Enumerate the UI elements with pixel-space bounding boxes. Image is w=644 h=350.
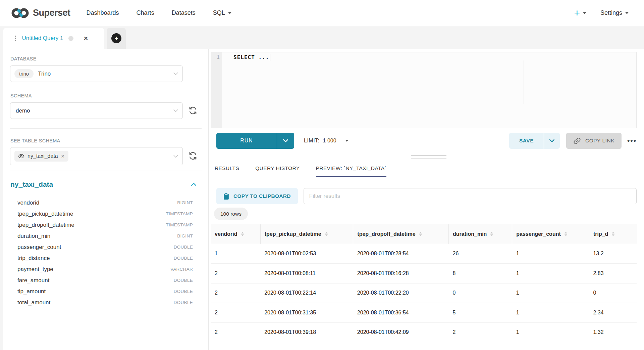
table-cell: 0 — [449, 283, 512, 303]
caret-up-icon — [241, 232, 244, 233]
new-query-tab-button[interactable]: + — [111, 33, 121, 43]
run-button-label[interactable]: RUN — [216, 133, 277, 149]
column-type: DOUBLE — [174, 245, 193, 250]
nav-item-charts[interactable]: Charts — [137, 9, 154, 16]
remove-table-icon[interactable]: ✕ — [61, 154, 65, 159]
sql-lab-sidebar: DATABASE trino Trino SCHEMA demo SEE TAB… — [3, 49, 209, 350]
refresh-table-schema-icon[interactable] — [188, 151, 198, 161]
table-cell: 2020-08-01T00:22:14 — [260, 283, 353, 303]
sort-icon[interactable] — [419, 232, 422, 236]
close-tab-icon[interactable]: ✕ — [84, 35, 88, 42]
run-button[interactable]: RUN — [216, 133, 294, 149]
divider — [10, 128, 202, 129]
column-header-trip_d[interactable]: trip_d — [589, 224, 637, 244]
schema-column-row[interactable]: fare_amountDOUBLE — [3, 275, 208, 286]
column-type: BIGINT — [177, 200, 193, 205]
table-row[interactable]: 22020-08-01T00:08:112020-08-01T00:16:288… — [211, 264, 637, 283]
column-type: BIGINT — [177, 233, 193, 238]
column-header-vendorid[interactable]: vendorid — [211, 224, 260, 244]
results-table: vendoridtpep_pickup_datetimetpep_dropoff… — [211, 224, 637, 342]
editor-gutter: 1 — [211, 52, 222, 128]
save-options-button[interactable] — [544, 133, 560, 149]
results-tab-query-history[interactable]: QUERY HISTORY — [255, 160, 300, 177]
sort-icon[interactable] — [325, 232, 328, 236]
nav-item-dashboards[interactable]: Dashboards — [87, 9, 119, 16]
column-name: vendorid — [17, 200, 39, 206]
column-name: tpep_dropoff_datetime — [17, 222, 74, 228]
more-options-icon[interactable]: ••• — [627, 137, 637, 145]
database-select[interactable]: trino Trino — [10, 65, 183, 82]
limit-dropdown[interactable]: LIMIT: 1 000 — [304, 138, 348, 144]
query-status-dot — [68, 36, 73, 41]
results-tab-results[interactable]: RESULTS — [215, 160, 239, 177]
table-tag-label: ny_taxi_data — [28, 153, 58, 159]
new-item-button[interactable]: + — [574, 8, 586, 18]
table-row[interactable]: 22020-08-01T00:39:182020-08-01T00:42:092… — [211, 322, 637, 342]
column-header-tpep_pickup_datetime[interactable]: tpep_pickup_datetime — [260, 224, 353, 244]
run-options-button[interactable] — [277, 133, 294, 149]
save-button-label[interactable]: SAVE — [509, 133, 544, 149]
table-name-heading[interactable]: ny_taxi_data — [10, 180, 53, 188]
schema-column-row[interactable]: vendoridBIGINT — [3, 197, 208, 208]
schema-column-row[interactable]: total_amountDOUBLE — [3, 297, 208, 308]
table-cell: 1.32 — [589, 322, 637, 342]
table-cell: 26 — [449, 244, 512, 264]
table-row[interactable]: 22020-08-01T00:31:352020-08-01T00:36:545… — [211, 303, 637, 323]
column-type: VARCHAR — [170, 267, 193, 272]
sql-editor[interactable]: 1 SELECT ... — [211, 52, 637, 128]
refresh-schema-icon[interactable] — [188, 106, 198, 116]
column-name: tpep_pickup_datetime — [17, 211, 73, 217]
query-tab[interactable]: Untitled Query 1 ✕ — [3, 28, 104, 49]
copy-to-clipboard-button[interactable]: COPY TO CLIPBOARD — [216, 188, 298, 204]
column-header-inner: trip_d — [593, 231, 637, 237]
column-header-inner: tpep_pickup_datetime — [265, 231, 353, 237]
nav-item-label: SQL — [213, 9, 225, 16]
column-name: total_amount — [17, 299, 50, 306]
schema-columns-list: vendoridBIGINTtpep_pickup_datetimeTIMEST… — [3, 197, 208, 308]
table-cell: 1 — [512, 303, 589, 323]
filter-results-input[interactable] — [304, 188, 637, 204]
table-row[interactable]: 22020-08-01T00:22:142020-08-01T00:22:200… — [211, 283, 637, 303]
column-header-passenger_count[interactable]: passenger_count — [512, 224, 589, 244]
nav-item-sql[interactable]: SQL — [213, 9, 231, 16]
schema-column-row[interactable]: tpep_pickup_datetimeTIMESTAMP — [3, 208, 208, 219]
table-cell: 0 — [589, 283, 637, 303]
sort-icon[interactable] — [612, 232, 614, 236]
schema-column-row[interactable]: passenger_countDOUBLE — [3, 242, 208, 253]
caret-up-icon — [490, 232, 493, 233]
sort-icon[interactable] — [241, 232, 244, 236]
plus-icon: + — [574, 8, 580, 18]
superset-logo[interactable]: Superset — [0, 7, 70, 19]
column-header-label: trip_d — [593, 231, 608, 237]
results-table-wrap[interactable]: vendoridtpep_pickup_datetimetpep_dropoff… — [211, 224, 637, 342]
schema-column-row[interactable]: trip_distanceDOUBLE — [3, 253, 208, 264]
table-schema-select[interactable]: ny_taxi_data ✕ — [10, 147, 183, 165]
link-icon — [573, 137, 581, 145]
settings-menu[interactable]: Settings — [600, 9, 629, 16]
copy-link-button[interactable]: COPY LINK — [566, 133, 622, 149]
column-header-tpep_dropoff_datetime[interactable]: tpep_dropoff_datetime — [353, 224, 449, 244]
results-tab-preview[interactable]: PREVIEW: `NY_TAXI_DATA` — [316, 160, 386, 177]
row-count-badge: 100 rows — [214, 208, 248, 220]
sql-code: SELECT ... — [233, 54, 269, 60]
schema-column-row[interactable]: tip_amountDOUBLE — [3, 286, 208, 297]
chevron-down-icon — [173, 72, 178, 75]
settings-label: Settings — [600, 9, 622, 16]
sql-code-line[interactable]: SELECT ... — [222, 54, 270, 61]
schema-column-row[interactable]: duration_minBIGINT — [3, 230, 208, 242]
save-button[interactable]: SAVE — [509, 133, 560, 149]
copy-to-clipboard-label: COPY TO CLIPBOARD — [233, 193, 291, 199]
schema-column-row[interactable]: payment_typeVARCHAR — [3, 264, 208, 275]
sort-icon[interactable] — [490, 232, 493, 236]
caret-down-icon — [612, 234, 614, 236]
sort-icon[interactable] — [565, 232, 567, 236]
chevron-up-icon[interactable] — [191, 183, 196, 186]
column-header-duration_min[interactable]: duration_min — [449, 224, 512, 244]
schema-column-row[interactable]: tpep_dropoff_datetimeTIMESTAMP — [3, 219, 208, 230]
nav-item-datasets[interactable]: Datasets — [172, 9, 196, 16]
schema-select[interactable]: demo — [10, 102, 183, 119]
query-tab-title: Untitled Query 1 — [22, 35, 63, 42]
drag-handle-icon[interactable] — [15, 36, 16, 41]
table-row[interactable]: 12020-08-01T00:02:532020-08-01T00:28:542… — [211, 244, 637, 264]
print-margin-line — [524, 60, 524, 104]
